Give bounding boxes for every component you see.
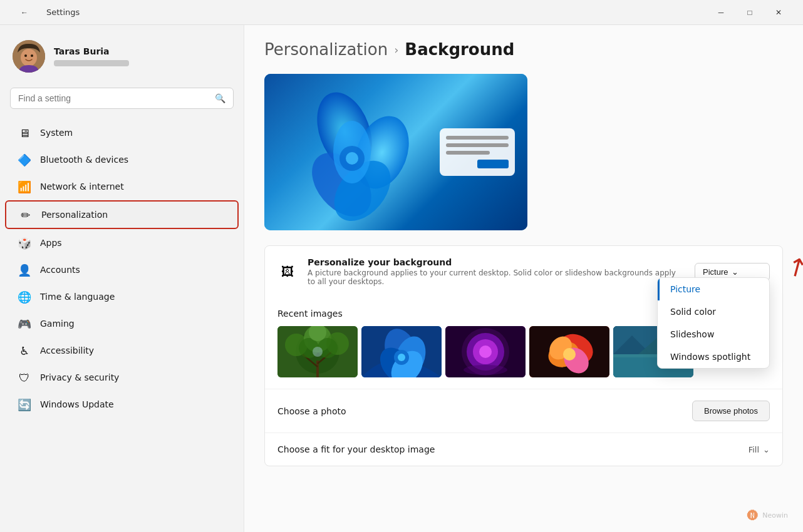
sidebar-item-label-accounts: Accounts bbox=[40, 265, 80, 275]
back-button[interactable]: ← bbox=[10, 3, 39, 23]
user-profile[interactable]: Taras Buria bbox=[0, 35, 244, 83]
choose-photo-label: Choose a photo bbox=[277, 406, 346, 416]
sidebar: Taras Buria 🔍 🖥 System 🔷 Bluetooth & dev… bbox=[0, 25, 244, 532]
accounts-icon: 👤 bbox=[18, 263, 31, 277]
personalize-row: 🖼 Personalize your background A picture … bbox=[265, 246, 782, 297]
sidebar-item-update[interactable]: 🔄 Windows Update bbox=[5, 391, 239, 417]
sidebar-item-network[interactable]: 📶 Network & internet bbox=[5, 173, 239, 200]
network-icon: 📶 bbox=[18, 180, 31, 193]
minimize-button[interactable]: ─ bbox=[707, 3, 735, 23]
sidebar-item-gaming[interactable]: 🎮 Gaming bbox=[5, 310, 239, 337]
svg-point-1 bbox=[21, 49, 37, 66]
svg-point-3 bbox=[31, 54, 33, 57]
svg-point-10 bbox=[346, 152, 358, 165]
user-info: Taras Buria bbox=[54, 46, 129, 66]
sidebar-item-accounts[interactable]: 👤 Accounts bbox=[5, 257, 239, 283]
breadcrumb-parent: Personalization bbox=[264, 40, 388, 59]
main-content: Personalization › Background bbox=[244, 25, 803, 532]
sidebar-item-label-network: Network & internet bbox=[40, 182, 124, 192]
choose-photo-row: Choose a photo Browse photos bbox=[265, 389, 782, 432]
sidebar-item-label-update: Windows Update bbox=[40, 399, 114, 409]
personalize-card: 🖼 Personalize your background A picture … bbox=[264, 245, 783, 466]
sidebar-item-time[interactable]: 🌐 Time & language bbox=[5, 284, 239, 310]
dropdown-option-solid[interactable]: Solid color bbox=[658, 300, 769, 323]
svg-point-41 bbox=[563, 348, 576, 361]
svg-point-35 bbox=[462, 328, 509, 376]
sidebar-item-label-time: Time & language bbox=[40, 292, 115, 302]
dropdown-option-slideshow[interactable]: Slideshow bbox=[658, 323, 769, 345]
avatar bbox=[13, 40, 45, 73]
avatar-image bbox=[13, 40, 45, 73]
background-dropdown-menu: PictureSolid colorSlideshowWindows spotl… bbox=[657, 277, 770, 369]
arrow-pointer: ↗ bbox=[780, 249, 803, 285]
watermark-text: Neowin bbox=[762, 511, 788, 519]
browse-photos-button[interactable]: Browse photos bbox=[692, 401, 770, 421]
personalize-desc: A picture background applies to your cur… bbox=[308, 269, 685, 286]
privacy-icon: 🛡 bbox=[18, 371, 31, 384]
nav-list: 🖥 System 🔷 Bluetooth & devices 📶 Network… bbox=[0, 119, 244, 418]
sidebar-item-accessibility[interactable]: ♿ Accessibility bbox=[5, 337, 239, 364]
dialog-button bbox=[477, 160, 509, 168]
search-icon: 🔍 bbox=[215, 93, 225, 103]
system-icon: 🖥 bbox=[18, 126, 31, 140]
user-name: Taras Buria bbox=[54, 46, 129, 56]
sidebar-item-apps[interactable]: 🎲 Apps bbox=[5, 230, 239, 256]
maximize-button[interactable]: □ bbox=[735, 3, 764, 23]
time-icon: 🌐 bbox=[18, 290, 31, 304]
sidebar-item-privacy[interactable]: 🛡 Privacy & security bbox=[5, 364, 239, 391]
update-icon: 🔄 bbox=[18, 397, 31, 411]
user-status bbox=[54, 60, 129, 66]
choose-fit-row: Choose a fit for your desktop image Fill… bbox=[265, 432, 782, 466]
breadcrumb-separator: › bbox=[394, 43, 398, 56]
sidebar-item-label-gaming: Gaming bbox=[40, 319, 75, 329]
watermark: 🅝 Neowin bbox=[747, 509, 788, 522]
choose-fit-label: Choose a fit for your desktop image bbox=[277, 444, 435, 454]
recent-image-2[interactable] bbox=[361, 326, 442, 377]
personalize-title: Personalize your background bbox=[308, 257, 685, 267]
dialog-line-3 bbox=[446, 151, 490, 155]
apps-icon: 🎲 bbox=[18, 236, 31, 250]
sidebar-item-bluetooth[interactable]: 🔷 Bluetooth & devices bbox=[5, 146, 239, 173]
sidebar-item-label-apps: Apps bbox=[40, 238, 62, 248]
dialog-line-1 bbox=[446, 136, 509, 140]
sidebar-item-label-system: System bbox=[40, 128, 73, 138]
breadcrumb: Personalization › Background bbox=[264, 40, 783, 59]
app-body: Taras Buria 🔍 🖥 System 🔷 Bluetooth & dev… bbox=[0, 25, 803, 532]
recent-image-1[interactable] bbox=[277, 326, 358, 377]
app-title: Settings bbox=[46, 8, 80, 17]
close-button[interactable]: ✕ bbox=[764, 3, 793, 23]
dropdown-option-picture[interactable]: Picture bbox=[658, 278, 769, 300]
accessibility-icon: ♿ bbox=[18, 344, 31, 357]
dialog-line-2 bbox=[446, 143, 509, 147]
gaming-icon: 🎮 bbox=[18, 317, 31, 330]
personalize-icon: 🖼 bbox=[277, 262, 298, 282]
watermark-logo: 🅝 bbox=[747, 509, 759, 522]
window-controls: ─ □ ✕ bbox=[707, 3, 793, 23]
dropdown-selected-label: Picture bbox=[703, 267, 728, 277]
dropdown-option-spotlight[interactable]: Windows spotlight bbox=[658, 345, 769, 368]
personalize-text: Personalize your background A picture ba… bbox=[308, 257, 685, 286]
sidebar-item-label-accessibility: Accessibility bbox=[40, 345, 94, 356]
fit-chevron-icon: ⌄ bbox=[763, 445, 770, 454]
sidebar-item-label-personalization: Personalization bbox=[41, 210, 108, 220]
preview-dialog bbox=[440, 128, 515, 176]
title-bar: ← Settings ─ □ ✕ bbox=[0, 0, 803, 25]
svg-point-22 bbox=[313, 347, 323, 357]
search-box[interactable]: 🔍 bbox=[10, 88, 234, 109]
choose-fit-value[interactable]: Fill ⌄ bbox=[749, 445, 770, 454]
sidebar-item-system[interactable]: 🖥 System bbox=[5, 120, 239, 146]
recent-image-3[interactable] bbox=[445, 326, 526, 377]
sidebar-item-label-privacy: Privacy & security bbox=[40, 372, 119, 382]
bluetooth-icon: 🔷 bbox=[18, 153, 31, 166]
sidebar-item-personalization[interactable]: ✏️ Personalization bbox=[5, 200, 239, 229]
breadcrumb-current: Background bbox=[405, 40, 514, 59]
wallpaper-preview bbox=[264, 74, 527, 230]
personalization-icon: ✏️ bbox=[19, 208, 33, 222]
svg-point-2 bbox=[24, 54, 27, 57]
dropdown-chevron-icon: ⌄ bbox=[732, 267, 738, 277]
svg-point-29 bbox=[398, 354, 405, 361]
sidebar-item-label-bluetooth: Bluetooth & devices bbox=[40, 155, 128, 165]
search-input[interactable] bbox=[18, 93, 210, 103]
recent-image-4[interactable] bbox=[529, 326, 609, 377]
